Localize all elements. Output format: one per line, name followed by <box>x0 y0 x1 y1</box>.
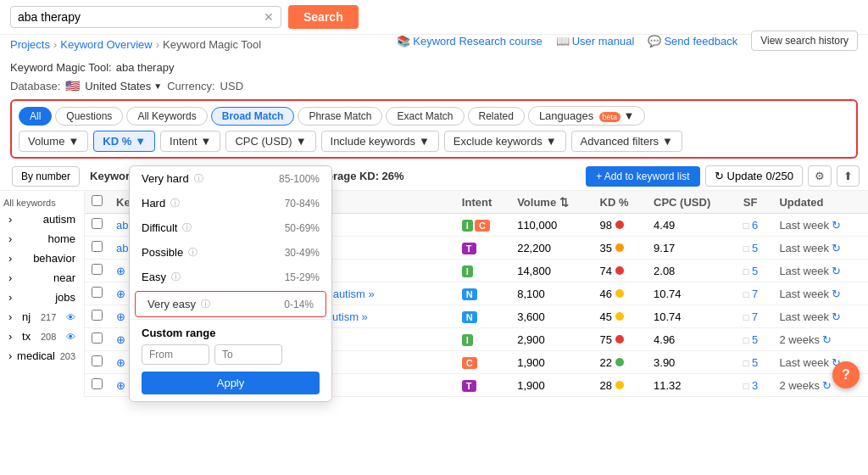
add-icon[interactable]: ⊕ <box>116 379 125 392</box>
refresh-icon[interactable]: ↻ <box>832 288 841 300</box>
th-volume[interactable]: Volume ⇅ <box>510 191 593 214</box>
refresh-icon[interactable]: ↻ <box>832 265 841 277</box>
breadcrumb-projects[interactable]: Projects <box>10 38 50 51</box>
sf-value[interactable]: 6 <box>752 219 758 232</box>
select-all-checkbox[interactable] <box>92 195 103 206</box>
clear-icon[interactable]: ✕ <box>264 10 274 24</box>
sidebar-item-behavior[interactable]: › behavior <box>0 249 84 268</box>
sf-icon: □ <box>743 312 749 322</box>
custom-range-from-input[interactable] <box>142 344 209 365</box>
row-checkbox[interactable] <box>92 287 103 298</box>
kd-cell: 45 <box>593 305 648 328</box>
settings-button[interactable]: ⚙ <box>808 165 832 187</box>
refresh-icon[interactable]: ↻ <box>832 242 841 254</box>
search-button[interactable]: Search <box>288 5 359 29</box>
keyword-research-course-link[interactable]: 📚 Keyword Research course <box>397 35 542 48</box>
tab-questions[interactable]: Questions <box>55 107 123 126</box>
row-checkbox[interactable] <box>92 355 103 366</box>
row-checkbox[interactable] <box>92 378 103 389</box>
sidebar-item-home[interactable]: › home <box>0 229 84 249</box>
breadcrumb-keyword-overview[interactable]: Keyword Overview <box>60 38 152 51</box>
sf-cell: □ 3 <box>737 374 773 397</box>
updated-cell: 2 weeks ↻ <box>772 328 868 351</box>
sf-value[interactable]: 5 <box>752 333 758 346</box>
th-checkbox <box>85 191 109 214</box>
filter-cpc[interactable]: CPC (USD) ▼ <box>225 131 315 152</box>
sidebar-item-tx[interactable]: › tx 208 👁 <box>0 327 84 346</box>
sf-value[interactable]: 5 <box>752 356 758 369</box>
intent-badge: I <box>462 334 473 346</box>
add-icon[interactable]: ⊕ <box>116 356 125 369</box>
kd-difficult[interactable]: Difficult ⓘ 50-69% <box>130 215 331 240</box>
add-icon[interactable]: ⊕ <box>116 310 125 323</box>
sf-cell: □ 6 <box>737 214 773 237</box>
row-checkbox[interactable] <box>92 241 103 252</box>
refresh-icon[interactable]: ↻ <box>832 219 841 232</box>
filter-volume[interactable]: Volume ▼ <box>19 131 88 152</box>
cpc-cell: 11.32 <box>647 374 737 397</box>
send-feedback-link[interactable]: 💬 Send feedback <box>648 35 737 48</box>
row-checkbox-cell <box>85 328 109 351</box>
tab-exact-match[interactable]: Exact Match <box>386 107 464 126</box>
row-checkbox[interactable] <box>92 218 103 229</box>
add-icon[interactable]: ⊕ <box>116 265 125 277</box>
filter-exclude-keywords[interactable]: Exclude keywords ▼ <box>444 131 566 152</box>
sidebar-item-nj[interactable]: › nj 217 👁 <box>0 307 84 327</box>
kd-possible[interactable]: Possible ⓘ 30-49% <box>130 240 331 265</box>
tab-all[interactable]: All <box>19 107 52 126</box>
tab-all-keywords[interactable]: All Keywords <box>126 107 207 126</box>
tab-phrase-match[interactable]: Phrase Match <box>298 107 382 126</box>
sidebar-item-jobs[interactable]: › jobs <box>0 288 84 307</box>
sf-icon: □ <box>743 335 749 345</box>
filter-intent[interactable]: Intent ▼ <box>160 131 220 152</box>
view-history-button[interactable]: View search history <box>751 31 858 51</box>
sf-value[interactable]: 3 <box>752 379 758 392</box>
help-button[interactable]: ? <box>832 361 860 388</box>
sf-value[interactable]: 7 <box>752 288 758 300</box>
custom-range-to-input[interactable] <box>214 344 282 365</box>
sidebar-item-autism[interactable]: › autism <box>0 210 84 229</box>
cpc-cell: 2.08 <box>647 260 737 282</box>
filter-kd[interactable]: KD % ▼ <box>93 131 155 152</box>
by-number-button[interactable]: By number <box>12 166 80 187</box>
filter-include-keywords[interactable]: Include keywords ▼ <box>321 131 439 152</box>
chevron-right-icon: › <box>8 330 12 343</box>
update-button[interactable]: ↻ Update 0/250 <box>705 165 803 187</box>
add-to-keyword-list-button[interactable]: + Add to keyword list <box>586 166 699 187</box>
custom-range-apply-button[interactable]: Apply <box>142 372 320 394</box>
tab-related[interactable]: Related <box>468 107 525 126</box>
kd-cell: 46 <box>593 282 648 305</box>
sidebar-item-near[interactable]: › near <box>0 268 84 288</box>
add-icon[interactable]: ⊕ <box>116 288 125 300</box>
row-checkbox[interactable] <box>92 332 103 344</box>
filter-advanced[interactable]: Advanced filters ▼ <box>571 131 682 152</box>
row-checkbox[interactable] <box>92 264 103 275</box>
search-input[interactable] <box>18 10 260 24</box>
row-checkbox[interactable] <box>92 310 103 321</box>
kd-easy[interactable]: Easy ⓘ 15-29% <box>130 265 331 289</box>
kd-very-hard[interactable]: Very hard ⓘ 85-100% <box>130 166 331 191</box>
sf-value[interactable]: 5 <box>752 265 758 277</box>
intent-cell: IC <box>455 214 510 237</box>
user-manual-link[interactable]: 📖 User manual <box>556 35 635 48</box>
breadcrumb-current: Keyword Magic Tool <box>163 38 261 51</box>
export-button[interactable]: ⬆ <box>837 165 860 187</box>
sidebar-item-medical[interactable]: › medical 203 <box>0 346 84 366</box>
kd-very-easy[interactable]: Very easy ⓘ 0-14% <box>135 291 326 317</box>
kd-hard[interactable]: Hard ⓘ 70-84% <box>130 191 331 215</box>
sf-cell: □ 5 <box>737 351 773 374</box>
sf-value[interactable]: 7 <box>752 310 758 323</box>
refresh-icon[interactable]: ↻ <box>822 379 832 392</box>
refresh-icon[interactable]: ↻ <box>822 333 832 346</box>
add-icon[interactable]: ⊕ <box>116 333 125 346</box>
database-selector[interactable]: United States ▼ <box>85 80 162 92</box>
th-cpc: CPC (USD) <box>647 191 737 214</box>
row-checkbox-cell <box>85 374 109 397</box>
refresh-icon[interactable]: ↻ <box>832 310 841 323</box>
chevron-down-icon: ▼ <box>135 135 146 148</box>
intent-cell: I <box>455 328 510 351</box>
sf-value[interactable]: 5 <box>752 242 758 254</box>
tab-broad-match[interactable]: Broad Match <box>211 107 295 126</box>
chevron-right-icon: › <box>8 291 12 304</box>
tab-languages[interactable]: Languages beta ▼ <box>528 106 645 126</box>
